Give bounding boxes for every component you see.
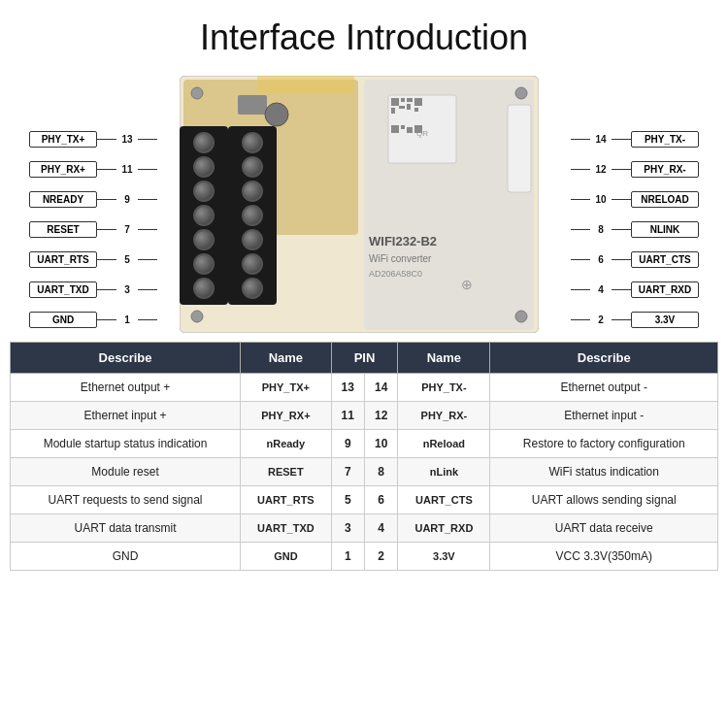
line-6b xyxy=(138,319,157,320)
left-name-4: UART_RTS xyxy=(241,486,331,514)
left-name-6: GND xyxy=(241,543,331,571)
svg-text:⊕: ⊕ xyxy=(461,277,473,292)
rpin-num-4: 6 xyxy=(590,254,612,265)
pin-right-5: 4 xyxy=(364,514,397,543)
line-2b xyxy=(138,199,157,200)
rline-3 xyxy=(612,229,631,230)
svg-rect-9 xyxy=(414,98,422,106)
pin-right-3: 8 xyxy=(364,458,397,486)
col-header-name-left: Name xyxy=(241,343,331,374)
left-desc-6: GND xyxy=(11,543,241,571)
right-desc-5: UART data receive xyxy=(490,514,718,543)
svg-point-22 xyxy=(515,311,527,322)
pin-4 xyxy=(193,205,215,226)
pin-r2 xyxy=(242,156,263,178)
rline-2 xyxy=(612,199,631,200)
page-title: Interface Introduction xyxy=(0,0,728,68)
right-label-6: 3.3V xyxy=(631,312,699,328)
left-name-1: PHY_RX+ xyxy=(241,402,331,430)
left-label-1: PHY_RX+ xyxy=(29,161,97,178)
line-5b xyxy=(138,289,157,290)
pin-table-container: Describe Name PIN Name Describe Ethernet… xyxy=(0,342,728,571)
right-desc-1: Ethernet input - xyxy=(490,402,718,430)
right-label-0: PHY_TX- xyxy=(631,131,699,148)
rline-1 xyxy=(612,169,631,170)
svg-rect-11 xyxy=(399,106,405,109)
left-name-5: UART_TXD xyxy=(241,514,331,543)
left-desc-0: Ethernet output + xyxy=(11,374,241,402)
left-desc-2: Module startup status indication xyxy=(11,430,241,458)
pin-num-2: 9 xyxy=(116,194,138,205)
right-label-3: NLINK xyxy=(631,221,699,238)
rline-5 xyxy=(612,289,631,290)
svg-rect-17 xyxy=(414,125,422,133)
svg-rect-14 xyxy=(391,125,399,133)
table-row: Ethernet output + PHY_TX+ 13 14 PHY_TX- … xyxy=(11,374,718,402)
svg-rect-16 xyxy=(407,127,413,133)
left-label-5: UART_TXD xyxy=(29,281,97,298)
left-name-2: nReady xyxy=(241,430,331,458)
rline-4 xyxy=(612,259,631,260)
pin-num-5: 3 xyxy=(116,284,138,295)
pin-right-6: 2 xyxy=(364,543,397,571)
left-label-2: NREADY xyxy=(29,191,97,208)
left-label-row-5: UART_TXD 3 xyxy=(29,277,157,304)
line-2 xyxy=(97,199,116,200)
svg-text:AD206A58C0: AD206A58C0 xyxy=(369,269,422,279)
line-6 xyxy=(97,319,116,320)
pin-left-1: 11 xyxy=(331,402,364,430)
rpin-num-1: 12 xyxy=(590,164,612,175)
pin-r5 xyxy=(242,229,263,250)
right-label-row-0: PHY_TX- 14 xyxy=(571,126,699,153)
line-4 xyxy=(97,259,116,260)
pin-r7 xyxy=(242,278,263,299)
line-3 xyxy=(97,229,116,230)
left-label-3: RESET xyxy=(29,221,97,238)
pin-right-2: 10 xyxy=(364,430,397,458)
table-row: Module startup status indication nReady … xyxy=(11,430,718,458)
rline-2b xyxy=(571,199,590,200)
pin-num-4: 5 xyxy=(116,254,138,265)
right-label-row-1: PHY_RX- 12 xyxy=(571,156,699,183)
table-row: UART data transmit UART_TXD 3 4 UART_RXD… xyxy=(11,514,718,543)
pin-connector-block-right xyxy=(228,126,277,305)
right-name-4: UART_CTS xyxy=(398,486,490,514)
rline-3b xyxy=(571,229,590,230)
pin-left-5: 3 xyxy=(331,514,364,543)
right-name-3: nLink xyxy=(398,458,490,486)
table-body: Ethernet output + PHY_TX+ 13 14 PHY_TX- … xyxy=(11,374,718,571)
right-label-row-4: UART_CTS 6 xyxy=(571,247,699,274)
pin-num-3: 7 xyxy=(116,224,138,235)
svg-rect-15 xyxy=(401,125,405,129)
pin-left-6: 1 xyxy=(331,543,364,571)
right-pin-labels: PHY_TX- 14 PHY_RX- 12 NRELOAD 10 NLINK xyxy=(571,126,699,334)
svg-point-21 xyxy=(515,87,527,99)
right-name-0: PHY_TX- xyxy=(398,374,490,402)
left-label-row-2: NREADY 9 xyxy=(29,186,157,214)
pin-num-6: 1 xyxy=(116,314,138,325)
rline-0 xyxy=(612,139,631,140)
right-label-row-3: NLINK 8 xyxy=(571,216,699,244)
right-desc-3: WiFi status indication xyxy=(490,458,718,486)
left-label-6: GND xyxy=(29,312,97,328)
left-label-row-4: UART_RTS 5 xyxy=(29,247,157,274)
svg-point-24 xyxy=(265,103,288,126)
left-label-0: PHY_TX+ xyxy=(29,131,97,148)
svg-text:WiFi converter: WiFi converter xyxy=(369,253,432,264)
line-3b xyxy=(138,229,157,230)
svg-rect-10 xyxy=(391,108,395,114)
col-header-pin: PIN xyxy=(331,343,398,374)
pin-connector-block xyxy=(180,126,228,305)
svg-rect-18 xyxy=(508,105,531,192)
col-header-name-right: Name xyxy=(398,343,490,374)
left-desc-3: Module reset xyxy=(11,458,241,486)
svg-point-19 xyxy=(191,87,203,99)
pin-num-0: 13 xyxy=(116,134,138,145)
pin-right-4: 6 xyxy=(364,486,397,514)
svg-rect-7 xyxy=(401,98,405,102)
left-name-3: RESET xyxy=(241,458,331,486)
col-header-describe-left: Describe xyxy=(11,343,241,374)
line-0 xyxy=(97,139,116,140)
right-label-5: UART_RXD xyxy=(631,281,699,298)
left-label-row-0: PHY_TX+ 13 xyxy=(29,126,157,153)
